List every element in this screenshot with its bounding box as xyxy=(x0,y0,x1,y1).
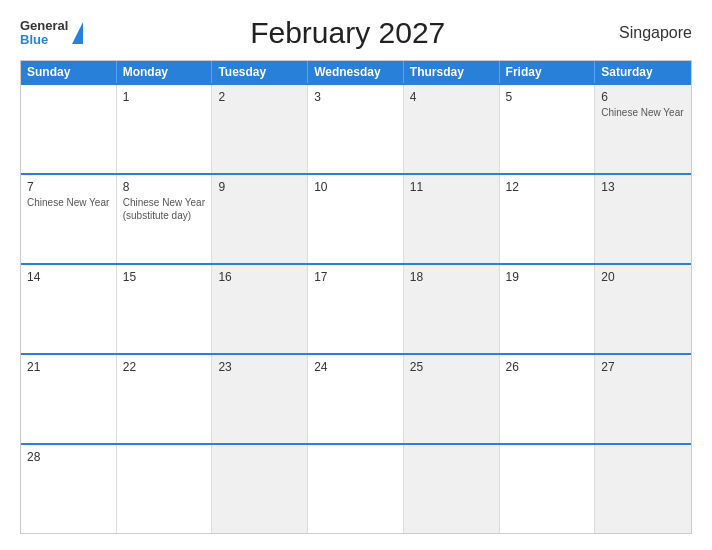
calendar-cell: 13 xyxy=(595,175,691,263)
day-number: 5 xyxy=(506,90,589,104)
calendar-cell xyxy=(404,445,500,533)
day-of-week-friday: Friday xyxy=(500,61,596,83)
country-label: Singapore xyxy=(612,24,692,42)
calendar-cell: 28 xyxy=(21,445,117,533)
calendar-cell: 17 xyxy=(308,265,404,353)
day-of-week-saturday: Saturday xyxy=(595,61,691,83)
day-number: 27 xyxy=(601,360,685,374)
calendar-week-5: 28 xyxy=(21,443,691,533)
holiday-label: Chinese New Year xyxy=(27,196,110,209)
calendar-title: February 2027 xyxy=(83,16,612,50)
calendar-cell: 20 xyxy=(595,265,691,353)
calendar-cell: 18 xyxy=(404,265,500,353)
day-number: 1 xyxy=(123,90,206,104)
logo: General Blue xyxy=(20,19,83,48)
calendar-cell xyxy=(500,445,596,533)
calendar-cell xyxy=(117,445,213,533)
logo-triangle-icon xyxy=(72,22,83,44)
calendar-cell xyxy=(595,445,691,533)
calendar-cell: 5 xyxy=(500,85,596,173)
calendar-cell: 2 xyxy=(212,85,308,173)
day-number: 14 xyxy=(27,270,110,284)
day-number: 18 xyxy=(410,270,493,284)
day-number: 11 xyxy=(410,180,493,194)
day-of-week-sunday: Sunday xyxy=(21,61,117,83)
day-of-week-thursday: Thursday xyxy=(404,61,500,83)
holiday-label: Chinese New Year (substitute day) xyxy=(123,196,206,222)
calendar-cell: 11 xyxy=(404,175,500,263)
calendar-cell: 7Chinese New Year xyxy=(21,175,117,263)
header: General Blue February 2027 Singapore xyxy=(20,16,692,50)
day-number: 8 xyxy=(123,180,206,194)
calendar-body: 123456Chinese New Year7Chinese New Year8… xyxy=(21,83,691,533)
page: General Blue February 2027 Singapore Sun… xyxy=(0,0,712,550)
day-number: 10 xyxy=(314,180,397,194)
day-number: 20 xyxy=(601,270,685,284)
day-number: 28 xyxy=(27,450,110,464)
calendar-week-3: 14151617181920 xyxy=(21,263,691,353)
day-of-week-wednesday: Wednesday xyxy=(308,61,404,83)
calendar-cell xyxy=(212,445,308,533)
calendar-cell: 8Chinese New Year (substitute day) xyxy=(117,175,213,263)
day-of-week-tuesday: Tuesday xyxy=(212,61,308,83)
calendar-week-4: 21222324252627 xyxy=(21,353,691,443)
calendar-cell: 1 xyxy=(117,85,213,173)
calendar-cell: 4 xyxy=(404,85,500,173)
day-number: 26 xyxy=(506,360,589,374)
calendar: SundayMondayTuesdayWednesdayThursdayFrid… xyxy=(20,60,692,534)
calendar-week-2: 7Chinese New Year8Chinese New Year (subs… xyxy=(21,173,691,263)
calendar-cell: 12 xyxy=(500,175,596,263)
logo-blue-text: Blue xyxy=(20,33,68,47)
calendar-cell: 23 xyxy=(212,355,308,443)
calendar-cell: 26 xyxy=(500,355,596,443)
day-number: 24 xyxy=(314,360,397,374)
calendar-cell: 3 xyxy=(308,85,404,173)
calendar-cell: 10 xyxy=(308,175,404,263)
calendar-cell: 22 xyxy=(117,355,213,443)
day-number: 2 xyxy=(218,90,301,104)
day-number: 7 xyxy=(27,180,110,194)
calendar-cell: 27 xyxy=(595,355,691,443)
day-of-week-monday: Monday xyxy=(117,61,213,83)
day-number: 23 xyxy=(218,360,301,374)
calendar-cell: 24 xyxy=(308,355,404,443)
calendar-header-row: SundayMondayTuesdayWednesdayThursdayFrid… xyxy=(21,61,691,83)
calendar-cell: 6Chinese New Year xyxy=(595,85,691,173)
day-number: 21 xyxy=(27,360,110,374)
day-number: 16 xyxy=(218,270,301,284)
calendar-cell: 15 xyxy=(117,265,213,353)
calendar-cell xyxy=(21,85,117,173)
calendar-cell: 25 xyxy=(404,355,500,443)
calendar-cell: 14 xyxy=(21,265,117,353)
calendar-cell: 19 xyxy=(500,265,596,353)
calendar-cell xyxy=(308,445,404,533)
day-number: 19 xyxy=(506,270,589,284)
day-number: 25 xyxy=(410,360,493,374)
day-number: 12 xyxy=(506,180,589,194)
day-number: 9 xyxy=(218,180,301,194)
calendar-cell: 16 xyxy=(212,265,308,353)
day-number: 13 xyxy=(601,180,685,194)
day-number: 3 xyxy=(314,90,397,104)
day-number: 4 xyxy=(410,90,493,104)
calendar-cell: 9 xyxy=(212,175,308,263)
holiday-label: Chinese New Year xyxy=(601,106,685,119)
calendar-week-1: 123456Chinese New Year xyxy=(21,83,691,173)
logo-general-text: General xyxy=(20,19,68,33)
day-number: 15 xyxy=(123,270,206,284)
day-number: 6 xyxy=(601,90,685,104)
day-number: 17 xyxy=(314,270,397,284)
day-number: 22 xyxy=(123,360,206,374)
calendar-cell: 21 xyxy=(21,355,117,443)
